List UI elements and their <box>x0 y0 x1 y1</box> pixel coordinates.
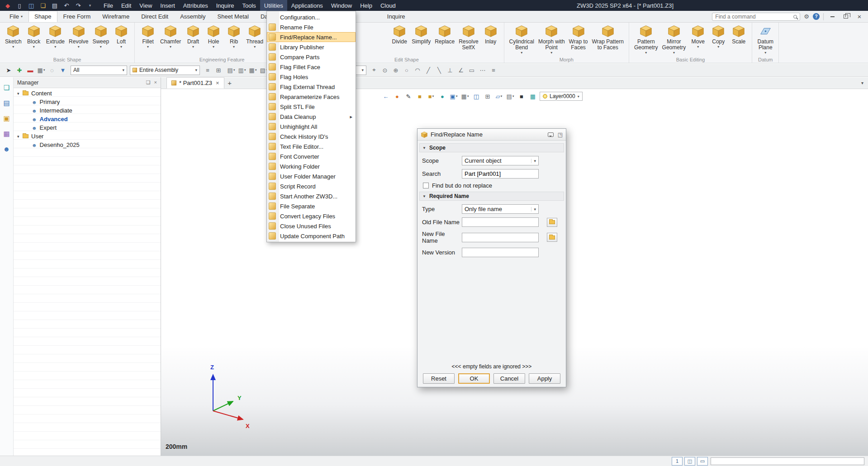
tree-item-intermediate[interactable]: ▾ ☻ Intermediate <box>14 106 161 115</box>
ribbon-tab-direct-edit[interactable]: Direct Edit <box>135 11 174 22</box>
tree-item-desenho-2025[interactable]: ▾ ☻ Desenho_2025 <box>14 141 161 149</box>
tool-move[interactable]: Move ▾ <box>688 24 707 49</box>
dropdown-caret-icon[interactable]: ▾ <box>550 51 552 55</box>
menubar-help[interactable]: Help <box>356 0 376 11</box>
equal-snap-icon[interactable]: ≡ <box>489 66 498 75</box>
dropdown-caret-icon[interactable]: ▾ <box>521 51 522 55</box>
tool-rib[interactable]: Rib ▾ <box>224 24 243 49</box>
dropdown-caret-icon[interactable]: ▾ <box>233 45 235 49</box>
gear-icon[interactable]: ⚙ <box>804 13 809 20</box>
menu-item-convert-legacy-files[interactable]: Convert Legacy Files <box>267 211 356 221</box>
tool-copy[interactable]: Copy ▾ <box>709 24 728 49</box>
section-view-icon[interactable]: ◫ <box>472 92 481 101</box>
view-manager-icon[interactable]: ▦ <box>3 130 9 138</box>
tab-close-icon[interactable]: × <box>216 80 219 86</box>
tool-datum-plane[interactable]: Datum Plane ▾ <box>756 24 775 55</box>
close-button[interactable]: × <box>854 12 864 21</box>
background-icon[interactable]: ■ <box>517 92 526 101</box>
shape-display-icon[interactable]: ■ <box>427 92 436 101</box>
menu-item-check-history-ids[interactable]: Check History ID's <box>267 132 356 141</box>
menu-item-flag-external-thread[interactable]: Flag External Thread <box>267 82 356 92</box>
circle-snap-icon[interactable]: ○ <box>402 66 412 75</box>
dropdown-caret-icon[interactable]: ▾ <box>673 51 675 55</box>
open-folder-icon[interactable]: ❏ <box>38 1 48 9</box>
wireframe-mode-icon[interactable]: ▦ <box>460 92 470 101</box>
tool-thread[interactable]: Thread ▾ <box>245 24 265 49</box>
tool-revolve[interactable]: Revolve ▾ <box>67 24 90 49</box>
tree-item-primary[interactable]: ▾ ☻ Primary <box>14 98 161 106</box>
tool-pattern-geometry[interactable]: Pattern Geometry ▾ <box>633 24 659 55</box>
menubar-utilities[interactable]: Utilities <box>260 0 287 11</box>
menu-item-rename-file[interactable]: Rename File <box>267 22 356 32</box>
diagonal-snap-icon[interactable]: ╲ <box>434 66 444 75</box>
command-search-box[interactable] <box>712 13 800 21</box>
menubar-cloud[interactable]: Cloud <box>376 0 400 11</box>
angle-snap-icon[interactable]: ∠ <box>456 66 466 75</box>
restore-button[interactable] <box>841 12 851 21</box>
new-file-name-input[interactable] <box>462 233 539 242</box>
browse-new-file-button[interactable] <box>547 233 557 242</box>
screen-button[interactable]: ◫ <box>684 457 695 466</box>
tool-replace[interactable]: Replace ▾ <box>433 24 456 45</box>
dropdown-caret-icon[interactable]: ▾ <box>120 45 122 49</box>
browse-old-file-button[interactable] <box>547 218 557 227</box>
center-snap-icon[interactable]: ⊙ <box>380 66 390 75</box>
grid-toggle-icon[interactable]: ⊞ <box>483 92 492 101</box>
tool-chamfer[interactable]: Chamfer ▾ <box>159 24 182 49</box>
undo-icon[interactable]: ↶ <box>62 1 71 9</box>
search-input[interactable] <box>462 169 539 179</box>
tree-item-user[interactable]: ▾ ☻ User <box>14 132 161 141</box>
expand-caret-icon[interactable]: ▾ <box>17 134 23 139</box>
ribbon-tab-free-form[interactable]: Free Form <box>57 11 97 22</box>
display-list-icon[interactable]: ▤ <box>226 66 236 75</box>
feedback-bubble-icon[interactable] <box>548 132 554 137</box>
dialog-titlebar[interactable]: Find/Replace Name ◳ <box>417 129 566 141</box>
menu-item-find-replace-name[interactable]: Find/Replace Name... <box>267 32 356 42</box>
ribbon-tab-sheet-metal[interactable]: Sheet Metal <box>212 11 255 22</box>
layer-dropdown[interactable]: Layer0000 <box>540 92 583 101</box>
display-bar-button[interactable]: ▭ <box>697 457 708 466</box>
arc-snap-icon[interactable]: ◠ <box>413 66 422 75</box>
layer-visibility-bulb-icon[interactable] <box>543 94 547 99</box>
menu-item-script-record[interactable]: Script Record <box>267 181 356 191</box>
ellipsis-snap-icon[interactable]: ⋯ <box>478 66 488 75</box>
pick-region-icon[interactable]: ⊞ <box>213 66 223 75</box>
tool-fillet[interactable]: Fillet ▾ <box>138 24 157 49</box>
customize-caret-icon[interactable]: ▾ <box>85 1 95 9</box>
redo-icon[interactable]: ↷ <box>73 1 83 9</box>
save-icon[interactable]: ◫ <box>26 1 36 9</box>
menu-item-data-cleanup[interactable]: Data Cleanup <box>267 112 356 122</box>
undock-window-icon[interactable]: ◳ <box>558 132 563 138</box>
menubar-attributes[interactable]: Attributes <box>179 0 212 11</box>
quadrant-snap-icon[interactable]: ⊕ <box>391 66 401 75</box>
scope-dropdown[interactable]: Current object <box>462 156 539 165</box>
apply-button[interactable]: Apply <box>529 373 560 384</box>
manager-pin-icon[interactable]: ❏ <box>146 80 151 85</box>
tool-divide[interactable]: Divide ▾ <box>390 24 409 45</box>
dropdown-caret-icon[interactable]: ▾ <box>147 45 149 49</box>
menu-item-flag-holes[interactable]: Flag Holes <box>267 72 356 82</box>
menu-item-flag-fillet-face[interactable]: Flag Fillet Face <box>267 62 356 72</box>
tool-morph-with-point[interactable]: Morph with Point ▾ <box>537 24 566 55</box>
minimize-button[interactable] <box>827 12 837 21</box>
menu-item-split-stl-file[interactable]: Split STL File <box>267 102 356 112</box>
dropdown-caret-icon[interactable]: ▾ <box>254 45 256 49</box>
tool-hole[interactable]: Hole ▾ <box>204 24 223 49</box>
new-version-input[interactable] <box>462 248 539 257</box>
pick-arrow-icon[interactable]: ➤ <box>4 66 14 75</box>
reset-button[interactable]: Reset <box>423 373 455 384</box>
sheet1-button[interactable]: 1 <box>672 457 683 466</box>
help-icon[interactable]: ? <box>813 13 820 20</box>
render-settings-icon[interactable]: ▤ <box>506 92 515 101</box>
rectangle-snap-icon[interactable]: ▭ <box>467 66 477 75</box>
tool-wrap-to-faces[interactable]: Wrap to Faces ▾ <box>568 24 589 51</box>
find-only-checkbox-row[interactable]: Find but do not replace <box>423 182 560 189</box>
menu-item-start-another-zw3d[interactable]: Start Another ZW3D... <box>267 191 356 201</box>
dropdown-caret-icon[interactable]: ▾ <box>645 51 647 55</box>
command-search-input[interactable] <box>715 14 793 20</box>
menu-item-update-component-path[interactable]: Update Component Path <box>267 231 356 241</box>
tab-list-chevron-icon[interactable]: ▾ <box>861 77 863 89</box>
menubar-inquire[interactable]: Inquire <box>212 0 238 11</box>
menubar-insert[interactable]: Insert <box>156 0 179 11</box>
checkbox-icon[interactable] <box>423 183 429 188</box>
